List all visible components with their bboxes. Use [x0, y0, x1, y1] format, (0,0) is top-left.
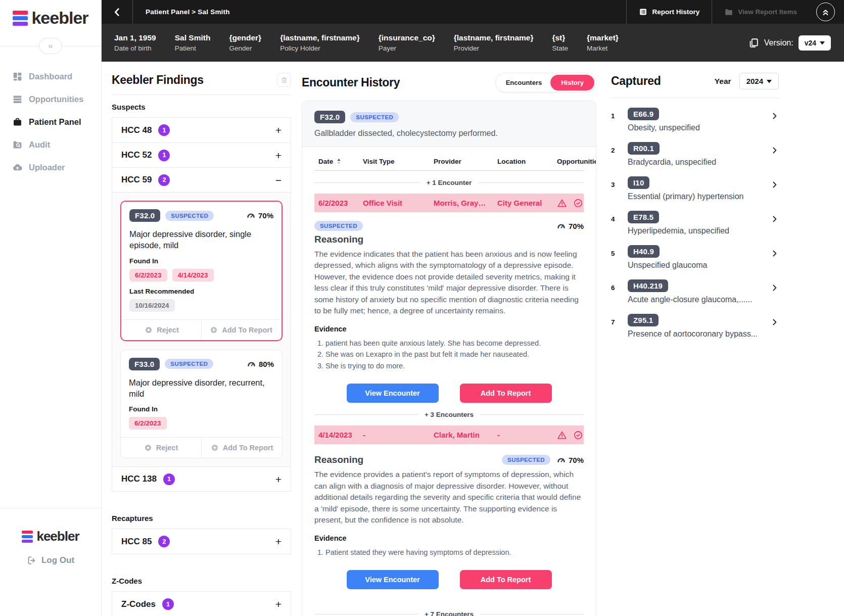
audit-folder-search-icon [12, 139, 23, 150]
recaptures-section-label: Recaptures [112, 514, 291, 523]
hcc-code: HCC 138 [121, 474, 157, 484]
add-to-report-button[interactable]: Add To Report [460, 384, 552, 403]
logout-label: Log Out [41, 555, 74, 565]
chevron-right-icon[interactable] [770, 144, 779, 157]
captured-item[interactable]: 6 H40.219 Acute angle-closure glaucoma,.… [611, 281, 779, 304]
reasoning-title: Reasoning [314, 454, 363, 465]
captured-item[interactable]: 5 H40.9 Unspecified glaucoma [611, 247, 779, 270]
sidebar-item-patient-panel[interactable]: Patient Panel [0, 111, 101, 133]
report-history-button[interactable]: Report History [626, 0, 712, 24]
captured-item[interactable]: 3 I10 Essential (primary) hypertension [611, 178, 779, 201]
encounter-row[interactable]: 4/14/2023 - Clark, Martin - [314, 425, 584, 444]
view-encounter-button[interactable]: View Encounter [347, 384, 439, 403]
patient-field-policy-holder: {lastname, firstname}Policy Holder [280, 33, 360, 52]
item-number: 6 [611, 281, 621, 292]
encounter-history-panel: Encounter History Encounters History F32… [302, 62, 596, 616]
captured-item[interactable]: 7 Z95.1 Presence of aortocoronary bypass… [611, 316, 779, 339]
count-badge: 1 [163, 473, 175, 485]
hcc-group-row-59[interactable]: HCC 59 2 − [112, 167, 291, 192]
chevron-right-icon[interactable] [770, 281, 779, 294]
divider [112, 94, 291, 95]
toggle-history[interactable]: History [550, 75, 594, 90]
double-chevron-up-icon [821, 7, 830, 17]
expand-icon[interactable]: + [275, 125, 282, 135]
divider [611, 98, 779, 98]
sidebar-item-audit[interactable]: Audit [0, 133, 101, 156]
add-to-report-label: Add To Report [223, 444, 273, 452]
captured-item[interactable]: 2 R00.1 Bradycardia, unspecified [611, 144, 779, 167]
expand-icon[interactable]: + [275, 474, 282, 485]
sidebar-item-uploader[interactable]: Uploader [0, 156, 101, 179]
chevron-right-icon[interactable] [770, 247, 779, 260]
confidence: 80% [247, 359, 274, 369]
app: keebler « Dashboard Opportunities Patien… [0, 0, 844, 616]
reasoning-text: The evidence provides a patient's report… [314, 469, 584, 526]
add-to-report-button[interactable]: Add To Report [201, 438, 282, 458]
hcc-group-row-52[interactable]: HCC 52 1 + [112, 143, 291, 167]
hcc-group-row-48[interactable]: HCC 48 1 + [112, 118, 291, 143]
column-header-date[interactable]: Date [314, 158, 363, 165]
view-report-items-button[interactable]: View Report Items [712, 0, 809, 24]
chevron-right-icon[interactable] [770, 110, 779, 122]
chevron-right-icon[interactable] [770, 178, 779, 191]
hcc-group-row-85[interactable]: HCC 85 2 + [112, 529, 291, 554]
year-dropdown[interactable]: 2024 [739, 73, 779, 89]
sidebar-collapse-button[interactable]: « [39, 38, 62, 54]
check-circle-icon [573, 198, 583, 208]
sidebar-item-opportunities[interactable]: Opportunities [0, 88, 101, 111]
recaptures-accordion: HCC 85 2 + [112, 529, 291, 554]
hcc-group-row-138[interactable]: HCC 138 1 + [112, 466, 291, 491]
sidebar-item-dashboard[interactable]: Dashboard [0, 65, 101, 88]
double-chevron-left-icon: « [48, 41, 53, 51]
confidence: 70% [556, 455, 584, 465]
chevron-right-icon[interactable] [770, 316, 779, 328]
item-number: 7 [611, 316, 621, 326]
encounter-row[interactable]: 6/2/2023 Office Visit Morris, Gray… City… [314, 194, 584, 212]
encounter-opportunity-icons [557, 430, 586, 440]
warning-icon [557, 430, 567, 440]
sort-icon [336, 158, 342, 165]
encounter-history-header: Encounter History Encounters History [302, 73, 596, 92]
version-area: Version: v24 [748, 35, 831, 51]
evidence-title: Evidence [314, 534, 584, 542]
encounter-opportunity-icons [557, 198, 586, 208]
view-encounter-button[interactable]: View Encounter [347, 570, 439, 589]
back-button[interactable] [102, 0, 133, 24]
finding-card-f32[interactable]: F32.0 SUSPECTED 70% Major depressive dis… [120, 201, 283, 341]
reject-button[interactable]: Reject [121, 438, 201, 458]
item-number: 1 [611, 110, 621, 120]
delete-findings-button[interactable] [277, 73, 291, 87]
patient-field-dob: Jan 1, 1959Date of birth [114, 33, 156, 52]
sidebar-item-label: Uploader [29, 163, 65, 172]
reject-button[interactable]: Reject [122, 320, 201, 340]
toggle-encounters[interactable]: Encounters [497, 75, 551, 90]
version-dropdown[interactable]: v24 [799, 35, 831, 51]
captured-item[interactable]: 1 E66.9 Obesity, unspecified [611, 110, 779, 132]
collapse-icon[interactable]: − [275, 175, 282, 185]
add-to-report-button[interactable]: Add To Report [460, 570, 552, 589]
expand-icon[interactable]: + [275, 599, 282, 609]
scroll-to-top-button[interactable] [816, 3, 835, 21]
captured-item[interactable]: 4 E78.5 Hyperlipedemia, unspecified [611, 213, 779, 235]
diagnosis-title: Major depressive disorder, single episod… [129, 228, 273, 251]
evidence-list: patient has been quite anxious lately. S… [325, 338, 584, 371]
gauge-icon [247, 359, 256, 369]
logout-button[interactable]: Log Out [27, 555, 74, 565]
suspected-status-badge: SUSPECTED [165, 211, 214, 221]
expand-icon[interactable]: + [275, 150, 282, 161]
patient-field-patient: Sal SmithPatient [175, 33, 211, 52]
zcodes-group-row[interactable]: Z-Codes 1 + [112, 592, 291, 616]
expand-icon[interactable]: + [275, 536, 282, 547]
encounter-history-card: F32.0 SUSPECTED Gallbladder dissected, c… [302, 101, 596, 616]
reject-icon [145, 326, 153, 334]
icd-code-badge: Z95.1 [628, 314, 659, 326]
add-to-report-button[interactable]: Add To Report [201, 320, 280, 340]
finding-card-f33[interactable]: F33.0 SUSPECTED 80% Major depressive dis… [120, 350, 283, 459]
column-header-location: Location [497, 158, 557, 165]
column-header-provider: Provider [434, 158, 497, 165]
folder-icon [724, 8, 733, 17]
encounter-location: City General [497, 199, 557, 207]
chevron-right-icon[interactable] [770, 213, 779, 225]
icd-code-badge: R00.1 [628, 142, 660, 155]
encounter-table-body: Date Visit Type Provider Location Opport… [302, 147, 596, 616]
